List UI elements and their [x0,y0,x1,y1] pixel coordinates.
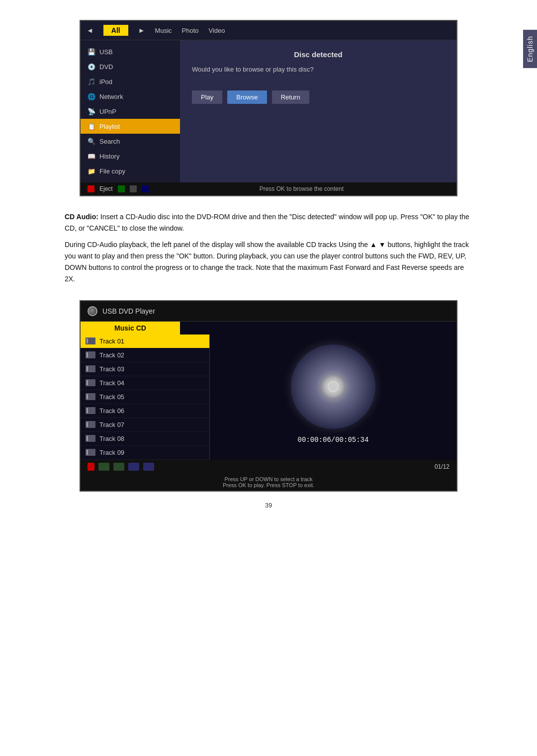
dvd-disc-icon [88,306,97,316]
paragraph-playback: During CD-Audio playback, the left panel… [65,239,472,285]
player-main: Track 01 Track 02 Track 03 Track 04 Trac… [81,335,456,460]
track-item-06[interactable]: Track 06 [81,404,209,418]
player-bottom-bar: 01/12 [81,460,456,474]
network-icon: 🌐 [88,92,95,100]
sidebar-item-search[interactable]: 🔍 Search [81,134,180,149]
sidebar-item-network[interactable]: 🌐 Network [81,89,180,104]
upnp-icon: 📡 [88,107,95,115]
browse-button[interactable]: Browse [227,90,267,104]
track-icon-03 [86,365,95,372]
paragraph1-text: Insert a CD-Audio disc into the DVD-ROM … [65,213,469,232]
track-icon-06 [86,407,95,414]
track-item-03[interactable]: Track 03 [81,362,209,376]
sidebar-label-upnp: UPnP [99,108,116,115]
track-icon-07 [86,421,95,428]
track-item-01[interactable]: Track 01 [81,335,209,348]
dialog-screenshot: ◄ All ► Music Photo Video 💾 USB 💿 DVD 🎵 … [80,20,457,196]
track-label-01: Track 01 [99,337,124,345]
sidebar-label-playlist: Playlist [99,123,120,130]
track-item-07[interactable]: Track 07 [81,418,209,432]
track-icon-04 [86,379,95,386]
pause-button[interactable] [113,463,124,471]
blue-button[interactable] [142,185,149,192]
dialog-title: Disc detected [192,50,445,59]
track-label-04: Track 04 [99,379,124,387]
track-label-09: Track 09 [99,449,124,456]
player-header: USB DVD Player [81,301,456,322]
track-item-04[interactable]: Track 04 [81,376,209,390]
top-navigation: ◄ All ► Music Photo Video [81,21,456,40]
sidebar-item-dvd[interactable]: 💿 DVD [81,59,180,74]
bottom-bar: Eject Press OK to browse the content [81,182,456,195]
bottom-hint-text: Press OK to browse the content [154,185,449,192]
next-button[interactable] [143,463,154,471]
cd-audio-label: CD Audio: [65,213,98,221]
eject-label[interactable]: Eject [99,185,113,192]
tab-music[interactable]: Music [155,27,172,34]
tab-photo[interactable]: Photo [182,27,199,34]
hint-line-2: Press OK to play. Press STOP to exit. [83,482,454,488]
search-icon: 🔍 [88,137,95,145]
bottom-hints: Press UP or DOWN to select a track Press… [81,474,456,491]
sidebar-item-ipod[interactable]: 🎵 iPod [81,74,180,89]
grey-button[interactable] [130,185,137,192]
sidebar-item-playlist[interactable]: 📋 Playlist [81,119,180,134]
sidebar-label-filecopy: File copy [99,168,125,175]
track-label-06: Track 06 [99,407,124,415]
forward-arrow[interactable]: ► [138,26,145,34]
track-item-02[interactable]: Track 02 [81,348,209,362]
player-screenshot: USB DVD Player Music CD Track 01 Track 0… [80,300,457,492]
nav-title: All [103,25,128,36]
cd-disc-image [291,344,375,429]
track-icon-08 [86,435,95,442]
hint-line-1: Press UP or DOWN to select a track [83,476,454,482]
sidebar: 💾 USB 💿 DVD 🎵 iPod 🌐 Network 📡 UPnP 📋 [81,40,180,182]
track-item-08[interactable]: Track 08 [81,432,209,446]
sidebar-item-usb[interactable]: 💾 USB [81,44,180,59]
dialog-area: Disc detected Would you like to browse o… [180,40,456,182]
track-item-05[interactable]: Track 05 [81,390,209,404]
track-counter: 01/12 [435,463,449,470]
play-button[interactable]: Play [192,90,222,104]
tab-video[interactable]: Video [209,27,225,34]
prev-button[interactable] [128,463,139,471]
play-ctrl-button[interactable] [98,463,109,471]
track-icon-05 [86,393,95,400]
filecopy-icon: 📁 [88,167,95,175]
red-button[interactable] [88,185,94,192]
green-button[interactable] [118,185,125,192]
back-arrow[interactable]: ◄ [87,26,93,34]
sidebar-label-search: Search [99,138,120,145]
sidebar-item-history[interactable]: 📖 History [81,149,180,164]
return-button[interactable]: Return [272,90,309,104]
track-label-05: Track 05 [99,393,124,401]
track-icon-09 [86,449,95,456]
track-icon-01 [86,337,95,344]
track-list: Track 01 Track 02 Track 03 Track 04 Trac… [81,335,210,460]
content-section: CD Audio: Insert a CD-Audio disc into th… [65,211,472,285]
sidebar-item-filecopy[interactable]: 📁 File copy [81,164,180,178]
track-label-02: Track 02 [99,351,124,359]
track-label-03: Track 03 [99,365,124,373]
paragraph-cd-audio: CD Audio: Insert a CD-Audio disc into th… [65,211,472,234]
sidebar-label-ipod: iPod [99,78,112,85]
sidebar-item-upnp[interactable]: 📡 UPnP [81,104,180,119]
sidebar-label-usb: USB [99,48,113,56]
track-icon-02 [86,351,95,358]
track-label-08: Track 08 [99,435,124,442]
right-panel: 00:00:06/00:05:34 [210,335,456,460]
time-display: 00:00:06/00:05:34 [298,436,369,444]
dvd-icon: 💿 [88,63,95,71]
dialog-buttons: Play Browse Return [192,90,445,104]
stop-button[interactable] [88,463,94,471]
sidebar-label-history: History [99,153,119,160]
sidebar-label-dvd: DVD [99,63,113,71]
main-content: 💾 USB 💿 DVD 🎵 iPod 🌐 Network 📡 UPnP 📋 [81,40,456,182]
page-number: 39 [0,502,537,509]
playlist-icon: 📋 [88,122,95,130]
dialog-message: Would you like to browse or play this di… [192,65,445,75]
music-cd-bar: Music CD [81,322,180,335]
track-item-09[interactable]: Track 09 [81,446,209,460]
usb-icon: 💾 [88,48,95,56]
history-icon: 📖 [88,152,95,160]
